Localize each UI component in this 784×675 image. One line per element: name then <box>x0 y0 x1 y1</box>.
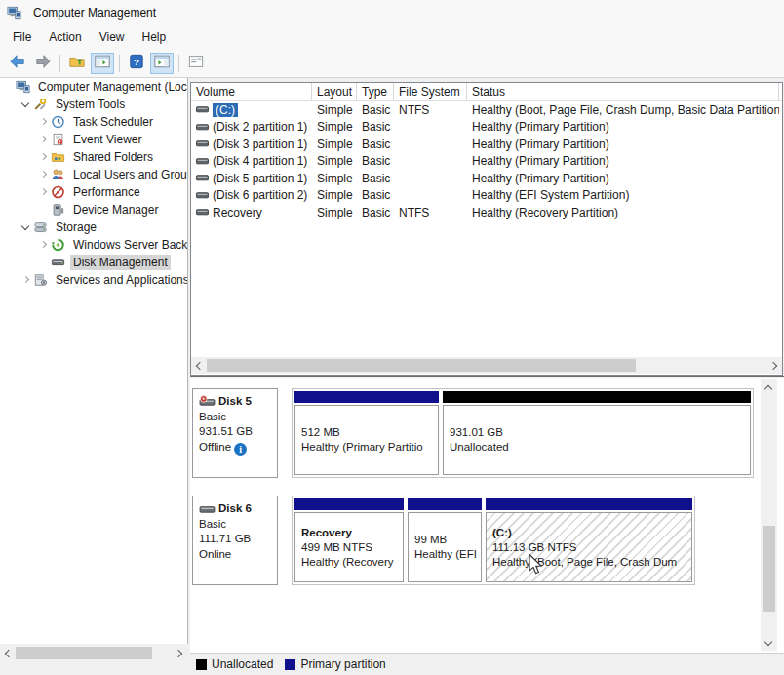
console-tree: Computer Management (LocalSystem ToolsTa… <box>0 78 188 644</box>
volume-name-cell[interactable]: (Disk 5 partition 1) <box>191 172 312 185</box>
volume-status-cell: Healthy (Recovery Partition) <box>467 206 779 219</box>
chevron-right-icon[interactable] <box>37 150 51 164</box>
tree-item-services-and-applications[interactable]: Services and Applications <box>0 271 187 289</box>
scroll-thumb[interactable] <box>207 359 636 372</box>
column-header-type[interactable]: Type <box>357 83 394 100</box>
partition-body[interactable]: 99 MBHealthy (EFI <box>408 512 482 582</box>
chevron-right-icon[interactable] <box>20 273 33 287</box>
disk-view-vertical-scrollbar[interactable] <box>761 379 777 651</box>
chevron-right-icon[interactable] <box>37 133 51 146</box>
chevron-right-icon[interactable] <box>37 238 51 252</box>
tree-item-storage[interactable]: Storage <box>0 218 187 236</box>
partition-healthy[interactable]: 512 MBHealthy (Primary Partitio <box>294 391 439 475</box>
volume-row[interactable]: (Disk 4 partition 1)SimpleBasicHealthy (… <box>191 153 782 171</box>
volume-name-cell[interactable]: Recovery <box>191 206 312 219</box>
partition-body[interactable]: (C:)111.13 GB NTFSHealthy (Boot, Page Fi… <box>486 512 692 582</box>
chevron-down-icon[interactable] <box>20 98 33 111</box>
column-header-status[interactable]: Status <box>467 83 779 100</box>
volume-row[interactable]: (C:)SimpleBasicNTFSHealthy (Boot, Page F… <box>191 101 782 119</box>
column-header-volume[interactable]: Volume <box>191 83 312 100</box>
chevron-right-icon[interactable] <box>37 185 51 199</box>
volume-row[interactable]: (Disk 5 partition 1)SimpleBasicHealthy (… <box>191 170 782 187</box>
partition-body[interactable]: 931.01 GBUnallocated <box>443 405 751 475</box>
toolbar-separator <box>119 55 120 72</box>
show-action-pane-button[interactable] <box>150 53 174 74</box>
partition-healthy[interactable]: 99 MBHealthy (EFI <box>408 498 482 582</box>
menu-help[interactable]: Help <box>134 27 176 47</box>
menu-bar: FileActionViewHelp <box>0 25 784 49</box>
up-folder-button[interactable] <box>65 53 89 74</box>
clock-icon <box>51 115 66 130</box>
scroll-right-icon[interactable] <box>172 645 187 661</box>
tree-item-device-manager[interactable]: Device Manager <box>0 201 187 218</box>
menu-view[interactable]: View <box>91 27 134 47</box>
partition-c[interactable]: (C:)111.13 GB NTFSHealthy (Boot, Page Fi… <box>486 498 692 582</box>
tree-item-windows-server-backup[interactable]: Windows Server Backup <box>0 236 187 254</box>
column-header-file-system[interactable]: File System <box>394 83 467 100</box>
chevron-right-icon[interactable] <box>37 168 51 181</box>
scroll-right-icon[interactable] <box>766 357 782 374</box>
pane-divider[interactable] <box>190 376 784 377</box>
scroll-thumb[interactable] <box>16 647 152 659</box>
computer-management-window: Computer Management FileActionViewHelp ?… <box>0 0 784 675</box>
volume-layout-cell: Simple <box>312 138 357 151</box>
show-console-tree-button[interactable] <box>91 53 114 74</box>
scroll-left-icon[interactable] <box>0 645 16 661</box>
tree-item-performance[interactable]: Performance <box>0 183 187 201</box>
scroll-down-icon[interactable] <box>761 635 777 651</box>
tree-item-system-tools[interactable]: System Tools <box>0 96 187 113</box>
tree-item-task-scheduler[interactable]: Task Scheduler <box>0 113 187 131</box>
scroll-up-icon[interactable] <box>761 379 777 395</box>
volume-icon <box>196 155 209 168</box>
tree-item-disk-management[interactable]: Disk Management <box>0 254 187 271</box>
chevron-right-icon[interactable] <box>37 115 51 129</box>
chevron-down-icon[interactable] <box>20 220 33 234</box>
help-button[interactable]: ? <box>125 53 148 74</box>
disk-state: Online <box>199 548 231 560</box>
scroll-thumb[interactable] <box>763 526 775 612</box>
partition-legend: UnallocatedPrimary partition <box>190 653 784 675</box>
volume-name-cell[interactable]: (C:) <box>191 103 312 117</box>
partition-body[interactable]: 512 MBHealthy (Primary Partitio <box>294 405 439 475</box>
device-icon <box>51 203 66 218</box>
volume-row[interactable]: (Disk 3 partition 1)SimpleBasicHealthy (… <box>191 136 782 153</box>
menu-action[interactable]: Action <box>40 27 90 47</box>
tree-item-shared-folders[interactable]: Shared Folders <box>0 148 187 166</box>
volume-row[interactable]: (Disk 2 partition 1)SimpleBasicHealthy (… <box>191 119 782 137</box>
toolbar: ? <box>0 49 784 78</box>
scroll-left-icon[interactable] <box>191 357 207 374</box>
partition-size: 499 MB NTFS <box>301 540 401 555</box>
volume-name-cell[interactable]: (Disk 4 partition 1) <box>191 154 312 168</box>
forward-button[interactable] <box>31 53 55 74</box>
volume-row[interactable]: RecoverySimpleBasicNTFSHealthy (Recovery… <box>191 204 782 221</box>
volume-name-cell[interactable]: (Disk 2 partition 1) <box>191 120 312 134</box>
volume-status-cell: Healthy (Primary Partition) <box>467 120 779 134</box>
partition-color-bar <box>408 498 482 510</box>
partition-unallocated[interactable]: 931.01 GBUnallocated <box>443 391 751 475</box>
volume-name-cell[interactable]: (Disk 6 partition 2) <box>191 188 312 202</box>
column-header-layout[interactable]: Layout <box>312 83 357 100</box>
volume-icon <box>196 189 209 202</box>
volume-list-horizontal-scrollbar[interactable] <box>191 357 782 374</box>
back-button[interactable] <box>6 53 29 74</box>
volume-name-cell[interactable]: (Disk 3 partition 1) <box>191 138 312 151</box>
legend-label: Primary partition <box>300 657 385 671</box>
disk-label[interactable]: Disk 6Basic111.71 GBOnline <box>192 496 278 585</box>
volume-type-cell: Basic <box>357 103 394 117</box>
tree-item-computer-management-local[interactable]: Computer Management (Local <box>0 78 187 96</box>
tree-item-label: Performance <box>70 184 143 200</box>
disk-label[interactable]: Disk 5Basic931.51 GBOfflinei <box>192 388 278 478</box>
partition-title: (C:) <box>492 526 689 540</box>
properties-button[interactable] <box>184 53 208 74</box>
tree-horizontal-scrollbar[interactable] <box>0 645 187 661</box>
tree-item-event-viewer[interactable]: Event Viewer <box>0 131 187 148</box>
tree-item-local-users-and-groups[interactable]: Local Users and Groups <box>0 166 187 183</box>
volume-row[interactable]: (Disk 6 partition 2)SimpleBasicHealthy (… <box>191 187 782 205</box>
partition-recovery[interactable]: Recovery499 MB NTFSHealthy (Recovery <box>294 498 404 582</box>
disk-name: Disk 6 <box>218 501 252 517</box>
partition-body[interactable]: Recovery499 MB NTFSHealthy (Recovery <box>294 512 404 582</box>
volume-status-cell: Healthy (Primary Partition) <box>467 154 779 168</box>
info-icon[interactable]: i <box>234 443 247 456</box>
menu-file[interactable]: File <box>4 27 40 47</box>
back-icon <box>9 54 26 72</box>
